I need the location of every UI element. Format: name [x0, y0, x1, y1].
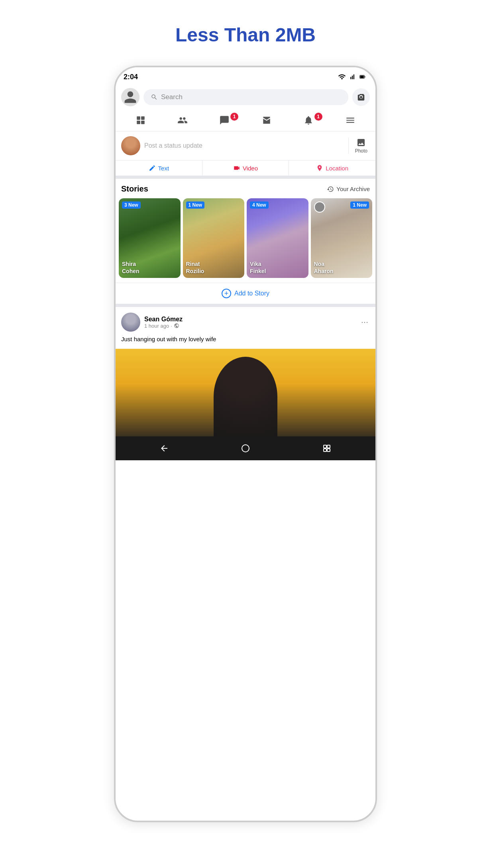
recent-apps-icon [322, 444, 332, 453]
nav-bar: 1 1 [116, 109, 375, 131]
signal-icon [348, 73, 355, 80]
wifi-icon [338, 73, 346, 81]
status-icons [338, 73, 367, 81]
post-input[interactable]: Post a status update [144, 142, 344, 149]
story-badge-3: 4 New [250, 201, 269, 209]
story-card-4[interactable]: 1 New NoaAharon [311, 198, 373, 278]
post-header: Sean Gómez 1 hour ago · ··· [121, 313, 370, 332]
search-bar[interactable]: Search [143, 89, 348, 105]
svg-rect-2 [365, 76, 365, 77]
messages-icon [219, 115, 230, 125]
post-box: Post a status update Photo [116, 131, 375, 160]
stories-section: Stories Your Archive 3 New ShiraCohen 1 … [116, 179, 375, 307]
story-badge-4: 1 New [350, 201, 369, 209]
svg-rect-11 [327, 449, 330, 452]
photo-button[interactable]: Photo [353, 138, 370, 154]
camera-button[interactable] [352, 88, 370, 106]
post-image [116, 349, 375, 436]
battery-icon [358, 74, 367, 80]
post-user-avatar [121, 313, 140, 332]
back-icon [159, 444, 169, 453]
add-story-label: Add to Story [234, 290, 269, 297]
svg-rect-4 [141, 116, 145, 120]
post-image-person [214, 357, 277, 436]
globe-icon [174, 323, 179, 328]
post-user-info: Sean Gómez 1 hour ago · [144, 316, 355, 329]
archive-label: Your Archive [336, 186, 370, 192]
post-meta: 1 hour ago · [144, 323, 355, 329]
add-story-button[interactable]: + Add to Story [116, 283, 375, 307]
status-time: 2:04 [124, 73, 138, 81]
post-more-button[interactable]: ··· [359, 317, 370, 327]
stories-grid: 3 New ShiraCohen 1 New RinatRozilio 4 Ne… [116, 197, 375, 283]
nav-notifications[interactable]: 1 [287, 111, 329, 129]
text-edit-icon [149, 164, 156, 172]
user-icon [123, 90, 137, 104]
svg-rect-10 [324, 449, 326, 452]
home-circle-icon [241, 444, 250, 453]
story-card-1[interactable]: 3 New ShiraCohen [119, 198, 181, 278]
recent-apps-button[interactable] [320, 442, 333, 455]
post-card: Sean Gómez 1 hour ago · ··· Just hanging… [116, 307, 375, 436]
post-user-avatar [121, 136, 140, 155]
svg-rect-9 [327, 445, 330, 448]
post-user-name: Sean Gómez [144, 316, 355, 323]
page-title: Less Than 2MB [175, 24, 316, 46]
nav-menu[interactable] [330, 111, 371, 129]
notifications-badge: 1 [314, 113, 322, 121]
marketplace-icon [261, 115, 272, 125]
phone-shell: 2:04 [114, 66, 377, 822]
location-action-button[interactable]: Location [289, 160, 375, 176]
nav-messages[interactable]: 1 [204, 111, 246, 129]
svg-rect-3 [137, 116, 140, 120]
bottom-nav [116, 436, 375, 460]
user-avatar[interactable] [121, 88, 139, 106]
notifications-icon [303, 115, 314, 125]
post-text: Just hanging out with my lovely wife [121, 335, 370, 344]
archive-button[interactable]: Your Archive [327, 186, 370, 193]
svg-rect-5 [137, 121, 140, 124]
feed-icon [136, 115, 146, 125]
story-badge-1: 3 New [122, 201, 141, 209]
search-placeholder: Search [161, 93, 183, 101]
video-action-label: Video [243, 165, 258, 172]
camera-icon [357, 93, 365, 102]
svg-point-7 [242, 445, 249, 452]
nav-marketplace[interactable] [246, 111, 287, 129]
video-action-button[interactable]: Video [202, 160, 289, 176]
stories-header: Stories Your Archive [116, 179, 375, 197]
post-divider [348, 138, 349, 154]
svg-rect-6 [141, 121, 145, 124]
photo-label: Photo [355, 148, 367, 154]
text-action-label: Text [158, 165, 169, 172]
action-row: Text Video Location [116, 160, 375, 179]
search-icon [151, 94, 158, 101]
video-icon [233, 164, 240, 172]
menu-icon [345, 115, 355, 125]
back-button[interactable] [158, 442, 171, 455]
home-button[interactable] [239, 442, 252, 455]
text-action-button[interactable]: Text [116, 160, 202, 176]
svg-rect-8 [324, 445, 326, 448]
story-badge-2: 1 New [186, 201, 205, 209]
nav-feed[interactable] [120, 111, 161, 129]
svg-rect-1 [360, 76, 364, 78]
story-card-3[interactable]: 4 New VikaFinkel [247, 198, 308, 278]
archive-icon [327, 186, 334, 193]
story-name-1: ShiraCohen [122, 260, 139, 275]
stories-title: Stories [121, 184, 148, 194]
location-action-label: Location [326, 165, 348, 172]
app-bar: Search [116, 85, 375, 109]
story-card-2[interactable]: 1 New RinatRozilio [183, 198, 245, 278]
add-story-icon: + [222, 289, 231, 298]
friends-icon [177, 115, 188, 125]
location-icon [316, 164, 323, 172]
photo-icon [356, 138, 366, 147]
story-name-2: RinatRozilio [186, 260, 204, 275]
status-bar: 2:04 [116, 67, 375, 85]
story-name-4: NoaAharon [314, 260, 334, 275]
story-name-3: VikaFinkel [250, 260, 266, 275]
nav-friends[interactable] [161, 111, 203, 129]
story-avatar-4 [314, 201, 325, 213]
messages-badge: 1 [230, 113, 238, 121]
